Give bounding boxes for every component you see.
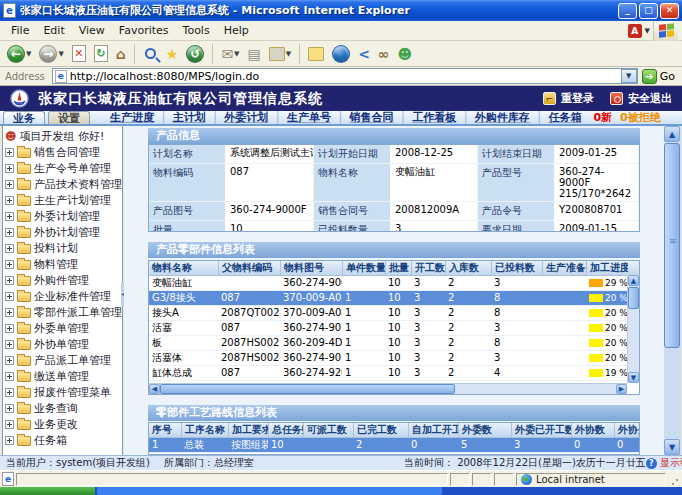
col-header-3[interactable]: 单件数量 bbox=[342, 261, 385, 275]
tree-node-14[interactable]: 缴送单管理 bbox=[3, 368, 122, 384]
globe-button[interactable] bbox=[329, 42, 353, 65]
nav-link-5[interactable]: 工作看板 bbox=[412, 111, 456, 124]
close-button[interactable]: ✕ bbox=[660, 3, 679, 19]
dropdown-caret-icon[interactable]: ▼ bbox=[286, 50, 291, 58]
col-header-0[interactable]: 物料名称 bbox=[149, 261, 218, 275]
mail-button[interactable]: ✉▼ bbox=[218, 42, 242, 65]
expand-icon[interactable] bbox=[5, 276, 14, 285]
col-header-1[interactable]: 父物料编码 bbox=[218, 261, 280, 275]
show-help-link[interactable]: ? 显示帮助 bbox=[646, 456, 682, 470]
tree-node-12[interactable]: 外协单管理 bbox=[3, 336, 122, 352]
favorites-button[interactable]: ★ bbox=[163, 42, 182, 65]
scroll-thumb[interactable] bbox=[628, 287, 639, 309]
adobe-pdf-icon[interactable]: A bbox=[628, 24, 642, 38]
parts-table-hscrollbar[interactable]: ◀ ▶ bbox=[149, 383, 627, 394]
dropdown-caret-icon[interactable]: ▼ bbox=[58, 50, 63, 58]
address-input[interactable]: e http://localhost:8080/MPS/login.do ▼ bbox=[52, 68, 638, 84]
expand-icon[interactable] bbox=[5, 164, 14, 173]
scroll-down-icon[interactable]: ▼ bbox=[628, 372, 639, 383]
parts-row-5[interactable]: 活塞体2087HS002360-274-9011W11032320 % bbox=[149, 351, 639, 366]
start-button-edge[interactable] bbox=[0, 487, 95, 495]
expand-icon[interactable] bbox=[5, 228, 14, 237]
col-header-6[interactable]: 入库数 bbox=[445, 261, 491, 275]
address-dropdown-icon[interactable]: ▼ bbox=[621, 69, 637, 83]
menu-item-view[interactable]: View bbox=[72, 22, 112, 39]
nav-link-4[interactable]: 销售合同 bbox=[350, 111, 394, 124]
expand-icon[interactable] bbox=[5, 148, 14, 157]
tree-node-16[interactable]: 业务查询 bbox=[3, 400, 122, 416]
nav-link-3[interactable]: 生产单号 bbox=[287, 111, 331, 124]
expand-icon[interactable] bbox=[5, 436, 14, 445]
expand-icon[interactable] bbox=[5, 404, 14, 413]
expand-icon[interactable] bbox=[5, 340, 14, 349]
tree-node-7[interactable]: 物料管理 bbox=[3, 256, 122, 272]
scroll-right-icon[interactable]: ▶ bbox=[616, 384, 627, 394]
scroll-up-icon[interactable]: ▲ bbox=[628, 275, 639, 286]
col-header-8[interactable]: 外委已开工数 bbox=[511, 423, 571, 437]
parts-row-3[interactable]: 活塞087360-274-9010F11032320 % bbox=[149, 321, 639, 336]
menu-item-edit[interactable]: Edit bbox=[36, 22, 71, 39]
expand-icon[interactable] bbox=[5, 244, 14, 253]
msn-button[interactable]: < bbox=[355, 42, 373, 65]
tree-node-11[interactable]: 外委单管理 bbox=[3, 320, 122, 336]
expand-icon[interactable] bbox=[5, 292, 14, 301]
route-row-0[interactable]: 1总装按图组装10205300 bbox=[149, 438, 639, 453]
expand-icon[interactable] bbox=[5, 324, 14, 333]
back-button[interactable]: ←▼ bbox=[4, 42, 34, 65]
home-button[interactable]: ⌂ bbox=[113, 42, 129, 65]
history-button[interactable]: ↺ bbox=[183, 42, 207, 65]
tree-node-13[interactable]: 产品派工单管理 bbox=[3, 352, 122, 368]
nav-link-7[interactable]: 任务箱 bbox=[548, 111, 581, 124]
nav-link-0[interactable]: 生产进度 bbox=[110, 111, 154, 124]
discuss-button[interactable] bbox=[305, 42, 327, 65]
resize-grip[interactable] bbox=[668, 472, 680, 487]
tree-node-8[interactable]: 外购件管理 bbox=[3, 272, 122, 288]
expand-icon[interactable] bbox=[5, 372, 14, 381]
col-header-2[interactable]: 物料图号 bbox=[280, 261, 342, 275]
nav-link-1[interactable]: 主计划 bbox=[173, 111, 206, 124]
dropdown-caret-icon[interactable]: ▼ bbox=[26, 50, 31, 58]
tree-node-5[interactable]: 外协计划管理 bbox=[3, 224, 122, 240]
maximize-button[interactable]: □ bbox=[639, 3, 658, 19]
refresh-button[interactable]: ↻ bbox=[91, 42, 111, 65]
scroll-thumb[interactable] bbox=[664, 143, 680, 348]
scroll-thumb[interactable] bbox=[160, 384, 455, 394]
col-header-9[interactable]: 加工进度 bbox=[586, 261, 628, 275]
print-button[interactable]: ▤ bbox=[245, 42, 264, 65]
scroll-up-icon[interactable]: ▲ bbox=[664, 126, 680, 142]
col-header-2[interactable]: 加工要求 bbox=[228, 423, 268, 437]
tab-settings[interactable]: 设置 bbox=[48, 111, 90, 124]
col-header-9[interactable]: 外协数 bbox=[571, 423, 614, 437]
scroll-down-icon[interactable]: ▼ bbox=[664, 439, 680, 455]
parts-row-6[interactable]: 缸体总成087360-274-9200F11032419 % bbox=[149, 366, 639, 381]
logout-button[interactable]: 安全退出 bbox=[610, 91, 672, 106]
tree-node-15[interactable]: 报废件管理菜单 bbox=[3, 384, 122, 400]
tree-node-2[interactable]: 产品技术资料管理 bbox=[3, 176, 122, 192]
find-button[interactable]: ∞ bbox=[375, 42, 393, 65]
expand-icon[interactable] bbox=[5, 196, 14, 205]
menu-item-tools[interactable]: Tools bbox=[176, 22, 217, 39]
pdf-dropdown-icon[interactable]: ▼ bbox=[645, 27, 650, 35]
relogin-button[interactable]: ⌐ 重登录 bbox=[543, 91, 594, 106]
col-header-3[interactable]: 总任务数 bbox=[268, 423, 303, 437]
nav-link-6[interactable]: 外购件库存 bbox=[475, 111, 530, 124]
taskbar-window-button[interactable] bbox=[97, 487, 442, 495]
tree-node-1[interactable]: 生产令号单管理 bbox=[3, 160, 122, 176]
expand-icon[interactable] bbox=[5, 420, 14, 429]
parts-row-0[interactable]: 变幅油缸360-274-9000F1032329 % bbox=[149, 276, 639, 291]
col-header-10[interactable]: 外协开工数 bbox=[614, 423, 640, 437]
menu-item-file[interactable]: File bbox=[4, 22, 36, 39]
expand-icon[interactable] bbox=[5, 388, 14, 397]
col-header-1[interactable]: 工序名称 bbox=[181, 423, 228, 437]
col-header-8[interactable]: 生产准备 bbox=[542, 261, 586, 275]
forward-button[interactable]: →▼ bbox=[36, 42, 66, 65]
tree-node-0[interactable]: 销售合同管理 bbox=[3, 144, 122, 160]
expand-icon[interactable] bbox=[5, 356, 14, 365]
tree-node-9[interactable]: 企业标准件管理 bbox=[3, 288, 122, 304]
expand-icon[interactable] bbox=[5, 180, 14, 189]
expand-icon[interactable] bbox=[5, 308, 14, 317]
tab-business[interactable]: 业务 bbox=[3, 111, 45, 124]
menu-item-favorites[interactable]: Favorites bbox=[112, 22, 176, 39]
edit-button[interactable]: ▼ bbox=[266, 42, 294, 65]
col-header-5[interactable]: 已完工数 bbox=[353, 423, 408, 437]
